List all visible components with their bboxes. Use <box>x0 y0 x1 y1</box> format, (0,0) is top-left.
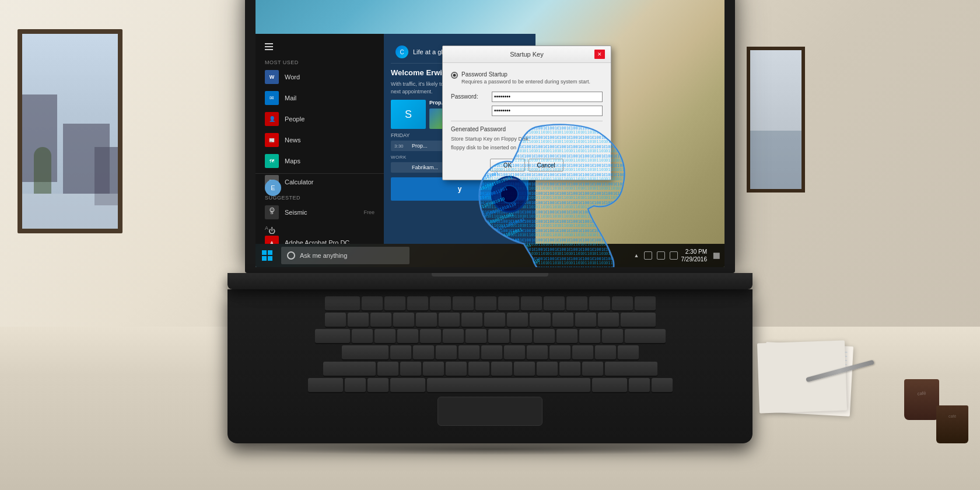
key-g <box>481 345 502 359</box>
key-y <box>466 329 487 343</box>
maps-icon: 🗺 <box>265 154 279 168</box>
key-caps <box>342 345 388 359</box>
start-item-mail[interactable]: ✉ Mail <box>256 88 384 108</box>
password-row: Password: <box>451 92 603 102</box>
touchpad[interactable] <box>438 397 542 426</box>
key-space <box>427 378 590 392</box>
settings-button[interactable]: ⚙ <box>256 200 384 220</box>
radio-group: Password Startup Requires a password to … <box>451 71 603 86</box>
dialog-close-button[interactable]: ✕ <box>594 50 605 59</box>
key-i <box>511 329 532 343</box>
start-item-people[interactable]: 👤 People <box>256 108 384 130</box>
skype-news-icon: S <box>391 100 426 129</box>
hamburger-line-2 <box>265 46 273 47</box>
key-enter <box>625 329 666 343</box>
dialog-cancel-button[interactable]: Cancel <box>528 159 564 172</box>
people-icon: 👤 <box>265 112 279 126</box>
keyboard-row-1 <box>251 296 729 310</box>
taskbar-search-text: Ask me anything <box>300 252 347 259</box>
cortana-logo-icon: C <box>396 46 408 58</box>
cal-title-1: Prop... <box>412 143 428 149</box>
key-equal <box>598 313 619 327</box>
keyboard-row-4 <box>251 345 729 359</box>
user-account-button[interactable]: E <box>256 176 384 200</box>
people-label: People <box>285 116 304 123</box>
key-f7 <box>498 296 519 310</box>
volume-icon <box>657 251 665 260</box>
start-item-news[interactable]: 📰 News <box>256 130 384 150</box>
radio-password-text: Password Startup Requires a password to … <box>461 71 590 86</box>
key-win <box>368 378 388 392</box>
startup-key-dialog: Startup Key ✕ Password Startup Requires … <box>442 46 611 180</box>
radio-password-startup[interactable]: Password Startup Requires a password to … <box>451 71 603 86</box>
key-minus <box>575 313 596 327</box>
key-comma <box>537 362 558 376</box>
key-f8 <box>521 296 542 310</box>
key-bracket-l <box>579 329 600 343</box>
floppy-desc: floppy disk to be inserted on <box>451 145 603 152</box>
key-esc <box>325 296 360 310</box>
start-button[interactable] <box>256 244 279 267</box>
key-6 <box>461 313 482 327</box>
laptop-screen-bezel: Ask me anything ▲ 2:30 PM 7/29/2016 ⬜ <box>245 0 735 273</box>
start-menu-header <box>256 38 384 55</box>
key-d <box>436 345 457 359</box>
laptop-lid-bottom <box>228 273 752 289</box>
taskbar-notification-icon: ⬜ <box>713 253 720 259</box>
start-item-maps[interactable]: 🗺 Maps <box>256 150 384 172</box>
dialog-ok-button[interactable]: OK <box>490 159 525 172</box>
key-pgdn <box>652 378 673 392</box>
news-thumbnail: S <box>391 100 426 129</box>
power-button[interactable]: ⏻ <box>256 220 384 242</box>
mail-icon: ✉ <box>265 91 279 105</box>
key-f1 <box>362 296 383 310</box>
key-n <box>491 362 512 376</box>
confirm-row <box>451 106 603 116</box>
most-used-label: Most used <box>256 57 384 66</box>
dialog-titlebar: Startup Key ✕ <box>443 46 611 63</box>
taskbar-clock: 2:30 PM 7/29/2016 <box>681 248 708 263</box>
key-x <box>400 362 421 376</box>
yammer-tile[interactable]: y <box>391 177 528 201</box>
key-r <box>420 329 441 343</box>
key-period <box>559 362 580 376</box>
key-7 <box>484 313 505 327</box>
key-f <box>459 345 480 359</box>
laptop: Ask me anything ▲ 2:30 PM 7/29/2016 ⬜ <box>228 0 752 455</box>
keyboard <box>251 296 729 392</box>
key-2 <box>370 313 391 327</box>
taskbar-system-icons: ▲ <box>634 251 678 260</box>
key-l <box>572 345 593 359</box>
key-f11 <box>589 296 610 310</box>
radio-password-desc: Requires a password to be entered during… <box>461 79 590 86</box>
key-e <box>397 329 418 343</box>
yammer-letter: y <box>458 185 462 193</box>
mail-label: Mail <box>285 94 296 102</box>
win-quad-2 <box>268 250 272 255</box>
cal-time-1: 3:30 <box>394 144 412 149</box>
taskbar-right-area: ▲ 2:30 PM 7/29/2016 ⬜ <box>634 248 724 263</box>
hamburger-menu-icon[interactable] <box>265 43 273 50</box>
key-shift-r <box>605 362 657 376</box>
radio-password-label: Password Startup <box>461 71 590 78</box>
start-item-word[interactable]: W Word <box>256 66 384 88</box>
ground <box>22 194 118 229</box>
key-1 <box>348 313 369 327</box>
radio-checked-icon <box>451 72 458 79</box>
taskbar-search-bar[interactable]: Ask me anything <box>281 247 410 264</box>
key-f5 <box>453 296 474 310</box>
key-bracket-r <box>602 329 623 343</box>
key-alt-l <box>390 378 425 392</box>
news-icon: 📰 <box>265 133 279 147</box>
key-v <box>446 362 467 376</box>
key-f6 <box>475 296 496 310</box>
key-alt-r <box>592 378 627 392</box>
key-b <box>468 362 489 376</box>
confirm-password-input[interactable] <box>492 106 603 116</box>
key-tab <box>315 329 350 343</box>
password-input[interactable] <box>492 92 603 102</box>
user-avatar: E <box>265 180 281 196</box>
key-z <box>377 362 398 376</box>
taskbar-date-value: 7/29/2016 <box>681 256 708 263</box>
dialog-body: Password Startup Requires a password to … <box>443 63 611 180</box>
